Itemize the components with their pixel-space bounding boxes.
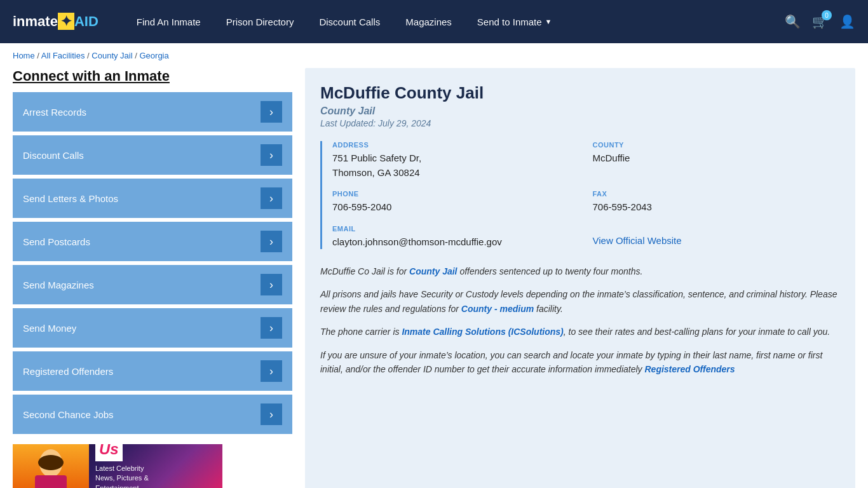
email-block: EMAIL clayton.johnson@thomson-mcduffie.g… bbox=[332, 225, 580, 250]
address-block: ADDRESS 751 Public Safety Dr, Thomson, G… bbox=[332, 141, 580, 180]
facility-info-grid: ADDRESS 751 Public Safety Dr, Thomson, G… bbox=[320, 141, 840, 249]
sidebar-arrow-icon: › bbox=[261, 231, 282, 252]
dropdown-arrow-icon: ▼ bbox=[545, 18, 552, 25]
sidebar-arrow-icon: › bbox=[261, 101, 282, 123]
breadcrumb: Home / All Facilities / County Jail / Ge… bbox=[0, 43, 868, 68]
address-label: ADDRESS bbox=[332, 141, 580, 149]
county-label: COUNTY bbox=[593, 141, 841, 149]
county-jail-link[interactable]: County Jail bbox=[409, 266, 457, 276]
sidebar-item-send-money[interactable]: Send Money › bbox=[13, 308, 292, 348]
nav-discount-calls[interactable]: Discount Calls bbox=[306, 0, 393, 43]
breadcrumb-all-facilities[interactable]: All Facilities bbox=[41, 51, 85, 60]
sidebar-advertisement[interactable]: Us Latest Celebrity News, Pictures & Ent… bbox=[13, 444, 222, 488]
sidebar-arrow-icon: › bbox=[261, 187, 282, 209]
ad-line3: Entertainment bbox=[95, 484, 149, 489]
ad-text: Us Latest Celebrity News, Pictures & Ent… bbox=[89, 444, 155, 488]
ad-logo: Us bbox=[95, 444, 123, 461]
nav-magazines[interactable]: Magazines bbox=[393, 0, 465, 43]
sidebar: Connect with an Inmate Arrest Records › … bbox=[13, 68, 292, 488]
user-icon[interactable]: 👤 bbox=[839, 14, 855, 29]
sidebar-arrow-icon: › bbox=[261, 144, 282, 166]
facility-desc-2: All prisons and jails have Security or C… bbox=[320, 287, 840, 316]
phone-label: PHONE bbox=[332, 190, 580, 198]
view-official-website-link[interactable]: View Official Website bbox=[593, 235, 682, 246]
sidebar-title: Connect with an Inmate bbox=[13, 68, 292, 85]
facility-desc-3: The phone carrier is Inmate Calling Solu… bbox=[320, 325, 840, 339]
ad-line1: Latest Celebrity bbox=[95, 464, 149, 473]
svg-point-2 bbox=[38, 455, 64, 470]
address-value: 751 Public Safety Dr, Thomson, GA 30824 bbox=[332, 151, 580, 180]
breadcrumb-county-jail[interactable]: County Jail bbox=[92, 51, 132, 60]
ics-link[interactable]: Inmate Calling Solutions (ICSolutions) bbox=[402, 327, 563, 337]
facility-last-updated: Last Updated: July 29, 2024 bbox=[320, 118, 840, 128]
sidebar-item-discount-calls[interactable]: Discount Calls › bbox=[13, 135, 292, 175]
sidebar-item-send-magazines[interactable]: Send Magazines › bbox=[13, 265, 292, 304]
breadcrumb-home[interactable]: Home bbox=[13, 51, 35, 60]
website-block: View Official Website bbox=[593, 225, 841, 250]
fax-label: FAX bbox=[593, 190, 841, 198]
phone-block: PHONE 706-595-2040 bbox=[332, 190, 580, 215]
logo[interactable]: inmate✦AID bbox=[13, 13, 98, 30]
svg-rect-1 bbox=[35, 475, 67, 488]
sidebar-arrow-icon: › bbox=[261, 360, 282, 382]
cart-icon[interactable]: 🛒 0 bbox=[812, 14, 828, 29]
sidebar-item-second-chance-jobs[interactable]: Second Chance Jobs › bbox=[13, 395, 292, 434]
header: inmate✦AID Find An Inmate Prison Directo… bbox=[0, 0, 868, 43]
email-label: EMAIL bbox=[332, 225, 580, 233]
sidebar-menu: Arrest Records › Discount Calls › Send L… bbox=[13, 92, 292, 434]
phone-value: 706-595-2040 bbox=[332, 200, 580, 215]
facility-desc-1: McDuffie Co Jail is for County Jail offe… bbox=[320, 264, 840, 278]
county-value: McDuffie bbox=[593, 151, 841, 166]
cart-badge: 0 bbox=[822, 10, 832, 20]
sidebar-item-arrest-records[interactable]: Arrest Records › bbox=[13, 92, 292, 132]
main-nav: Find An Inmate Prison Directory Discount… bbox=[124, 0, 785, 43]
county-block: COUNTY McDuffie bbox=[593, 141, 841, 180]
sidebar-arrow-icon: › bbox=[261, 274, 282, 295]
sidebar-arrow-icon: › bbox=[261, 317, 282, 339]
main-content: Connect with an Inmate Arrest Records › … bbox=[0, 68, 868, 488]
nav-prison-directory[interactable]: Prison Directory bbox=[214, 0, 307, 43]
nav-send-to-inmate[interactable]: Send to Inmate ▼ bbox=[465, 0, 565, 43]
registered-offenders-link[interactable]: Registered Offenders bbox=[644, 364, 735, 374]
ad-line2: News, Pictures & bbox=[95, 473, 149, 483]
nav-find-inmate[interactable]: Find An Inmate bbox=[124, 0, 214, 43]
fax-block: FAX 706-595-2043 bbox=[593, 190, 841, 215]
fax-value: 706-595-2043 bbox=[593, 200, 841, 215]
sidebar-item-registered-offenders[interactable]: Registered Offenders › bbox=[13, 351, 292, 391]
website-spacer bbox=[593, 225, 841, 233]
facility-name: McDuffie County Jail bbox=[320, 83, 840, 103]
breadcrumb-state[interactable]: Georgia bbox=[139, 51, 168, 60]
facility-desc-4: If you are unsure of your inmate’s locat… bbox=[320, 348, 840, 377]
county-medium-link[interactable]: County - medium bbox=[461, 304, 534, 314]
facility-type: County Jail bbox=[320, 105, 840, 117]
search-icon[interactable]: 🔍 bbox=[785, 14, 801, 29]
facility-detail: McDuffie County Jail County Jail Last Up… bbox=[305, 68, 855, 488]
header-icons: 🔍 🛒 0 👤 bbox=[785, 14, 855, 29]
sidebar-item-send-letters[interactable]: Send Letters & Photos › bbox=[13, 179, 292, 218]
sidebar-item-send-postcards[interactable]: Send Postcards › bbox=[13, 222, 292, 261]
ad-image bbox=[13, 444, 89, 488]
sidebar-arrow-icon: › bbox=[261, 403, 282, 425]
email-value: clayton.johnson@thomson-mcduffie.gov bbox=[332, 235, 580, 250]
